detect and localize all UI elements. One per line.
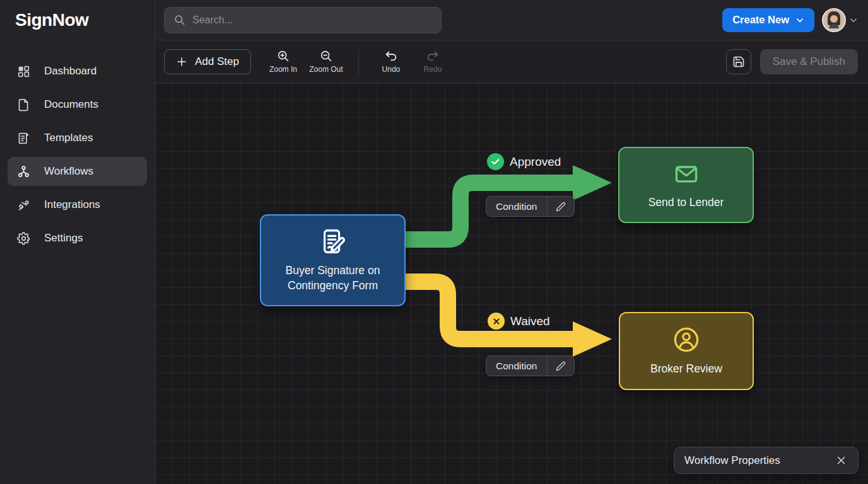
pencil-icon	[556, 202, 566, 212]
node-broker-review[interactable]: Broker Review	[619, 312, 754, 390]
sidebar-item-workflows[interactable]: Workflows	[8, 157, 147, 186]
close-icon	[836, 455, 847, 466]
signature-icon	[319, 227, 348, 256]
integrations-icon	[16, 198, 30, 212]
zoom-out-label: Zoom Out	[309, 65, 343, 74]
workflow-canvas[interactable]: Approved Condition Waived Co	[155, 83, 868, 484]
main-area: Create New	[155, 0, 868, 484]
sidebar-item-label: Templates	[44, 132, 93, 144]
zoom-tools: Zoom In Zoom Out	[265, 49, 344, 74]
zoom-in-label: Zoom In	[269, 65, 297, 74]
dashboard-icon	[16, 64, 30, 78]
add-step-button[interactable]: Add Step	[164, 49, 251, 74]
redo-label: Redo	[424, 65, 442, 74]
sidebar-item-templates[interactable]: Templates	[8, 124, 147, 153]
zoom-out-button[interactable]: Zoom Out	[308, 49, 344, 74]
condition-chip-approved[interactable]: Condition	[486, 196, 575, 217]
redo-icon	[426, 49, 440, 63]
sidebar-item-label: Settings	[44, 232, 83, 245]
node-label: Buyer Signature on Contingency Form	[267, 263, 399, 293]
properties-panel-title: Workflow Properties	[684, 454, 780, 467]
close-properties-button[interactable]	[835, 454, 848, 467]
sidebar-item-label: Documents	[44, 98, 98, 111]
sidebar: SignNow Dashboard	[0, 0, 155, 484]
sidebar-item-label: Integrations	[44, 199, 100, 211]
sidebar-item-dashboard[interactable]: Dashboard	[8, 57, 147, 86]
zoom-in-icon	[276, 49, 290, 63]
editor-toolbar: Add Step Zoom In	[155, 40, 868, 83]
topbar-right: Create New	[722, 8, 858, 32]
documents-icon	[16, 98, 30, 112]
sidebar-item-settings[interactable]: Settings	[8, 224, 147, 253]
node-send-to-lender[interactable]: Send to Lender	[618, 147, 754, 223]
node-label: Send to Lender	[640, 195, 733, 210]
redo-button[interactable]: Redo	[414, 49, 451, 74]
condition-label: Condition	[486, 356, 547, 376]
create-new-label: Create New	[732, 14, 789, 26]
search-box[interactable]	[164, 7, 442, 33]
toolbar-divider	[358, 49, 359, 74]
save-publish-button[interactable]: Save & Publish	[760, 49, 858, 74]
save-draft-button[interactable]	[726, 49, 751, 74]
condition-chip-waived[interactable]: Condition	[486, 355, 575, 376]
sidebar-item-label: Workflows	[44, 165, 93, 178]
search-input[interactable]	[192, 14, 432, 26]
edit-condition-button[interactable]	[547, 197, 574, 216]
undo-label: Undo	[382, 65, 401, 74]
sidebar-item-documents[interactable]: Documents	[8, 90, 147, 119]
save-icon	[732, 55, 745, 68]
workflows-icon	[16, 164, 30, 178]
zoom-in-button[interactable]: Zoom In	[265, 49, 302, 74]
toolbar-right: Save & Publish	[726, 49, 858, 74]
chevron-down-icon	[795, 16, 804, 25]
node-buyer-signature[interactable]: Buyer Signature on Contingency Form	[260, 214, 406, 306]
settings-icon	[16, 231, 30, 245]
edge-label-text: Approved	[510, 155, 561, 169]
app-logo: SignNow	[8, 9, 147, 30]
user-icon	[672, 325, 701, 354]
app-window: SignNow Dashboard	[0, 0, 868, 484]
edit-condition-button[interactable]	[547, 356, 574, 376]
undo-button[interactable]: Undo	[373, 49, 409, 74]
search-icon	[173, 14, 185, 26]
edge-label-approved: Approved	[487, 153, 561, 170]
account-menu[interactable]	[822, 8, 858, 32]
x-icon	[488, 313, 505, 330]
email-icon	[672, 160, 700, 188]
pencil-icon	[556, 361, 566, 371]
avatar[interactable]	[822, 8, 846, 32]
history-tools: Undo Redo	[373, 49, 451, 74]
edge-label-text: Waived	[510, 314, 550, 328]
sidebar-nav: Dashboard Documents	[8, 57, 147, 253]
condition-label: Condition	[486, 197, 547, 216]
sidebar-item-integrations[interactable]: Integrations	[8, 190, 147, 219]
topbar: Create New	[155, 0, 868, 40]
templates-icon	[16, 131, 30, 145]
zoom-out-icon	[319, 49, 333, 63]
check-icon	[487, 153, 504, 170]
create-new-button[interactable]: Create New	[722, 8, 814, 32]
workflow-properties-panel: Workflow Properties	[674, 447, 859, 474]
node-label: Broker Review	[642, 362, 731, 377]
add-step-label: Add Step	[195, 55, 239, 68]
undo-icon	[384, 49, 398, 63]
edge-label-waived: Waived	[488, 313, 550, 330]
sidebar-item-label: Dashboard	[44, 65, 97, 78]
plus-icon	[176, 56, 187, 67]
chevron-down-icon	[849, 16, 858, 25]
